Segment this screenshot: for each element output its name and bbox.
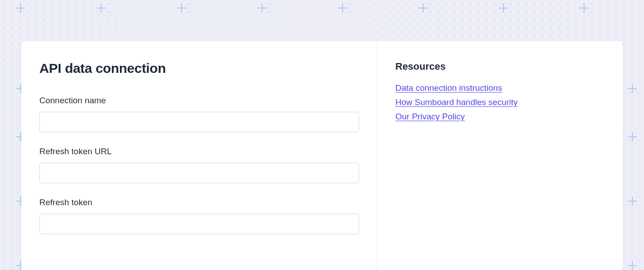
settings-card: API data connection Connection name Refr… — [21, 41, 623, 270]
resource-link-instructions[interactable]: Data connection instructions — [395, 83, 502, 93]
main-panel: API data connection Connection name Refr… — [21, 41, 377, 270]
page-title: API data connection — [39, 61, 359, 76]
form-group-connection-name: Connection name — [39, 96, 359, 132]
connection-name-input[interactable] — [39, 112, 359, 132]
resources-panel: Resources Data connection instructions H… — [377, 41, 623, 270]
refresh-token-label: Refresh token — [39, 198, 359, 207]
resources-list: Data connection instructions How Sumboar… — [395, 83, 605, 122]
resource-link-privacy[interactable]: Our Privacy Policy — [395, 112, 465, 121]
resource-link-security[interactable]: How Sumboard handles security — [395, 97, 518, 107]
refresh-token-url-label: Refresh token URL — [39, 147, 359, 156]
connection-name-label: Connection name — [39, 96, 359, 105]
form-group-refresh-token-url: Refresh token URL — [39, 147, 359, 183]
refresh-token-input[interactable] — [39, 214, 359, 234]
form-group-refresh-token: Refresh token — [39, 198, 359, 234]
resources-title: Resources — [395, 61, 605, 72]
refresh-token-url-input[interactable] — [39, 163, 359, 183]
